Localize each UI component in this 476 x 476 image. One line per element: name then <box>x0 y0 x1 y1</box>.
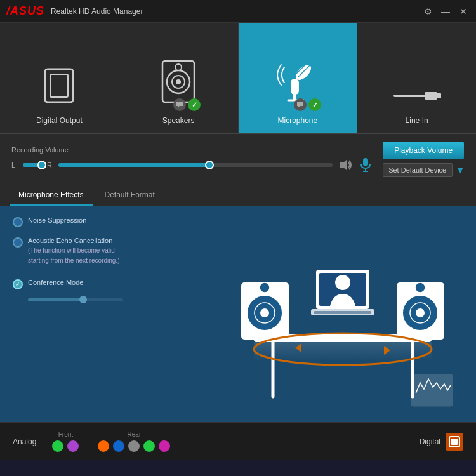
echo-cancellation-checkbox[interactable] <box>13 237 23 248</box>
digital-label: Digital <box>420 437 440 446</box>
echo-cancellation-label: Acoustic Echo Cancellation(The function … <box>28 236 120 265</box>
microphone-badges: ✓ <box>294 98 321 111</box>
digital-icon[interactable] <box>446 433 463 451</box>
front-label: Front <box>58 431 73 438</box>
conference-mode-label: Conference Mode <box>28 278 83 288</box>
analog-label: Analog <box>13 437 36 446</box>
playback-volume-button[interactable]: Playback Volume <box>383 142 464 159</box>
tab-microphone[interactable]: ✓ Microphone <box>239 23 358 133</box>
title-bar: /ASUS Realtek HD Audio Manager ⚙ — ✕ <box>0 0 476 23</box>
conference-illustration <box>222 213 463 416</box>
volume-section: Recording Volume L R <box>0 134 476 185</box>
minimize-button[interactable]: — <box>439 6 452 17</box>
tab-line-in[interactable]: Line In <box>357 23 476 133</box>
volume-slider[interactable] <box>23 163 42 167</box>
svg-rect-23 <box>254 342 432 361</box>
svg-marker-16 <box>340 159 347 171</box>
conference-mode-checkbox[interactable] <box>13 279 23 289</box>
svg-rect-1 <box>50 74 68 97</box>
front-dot-green[interactable] <box>52 440 63 452</box>
svg-rect-38 <box>314 311 371 314</box>
rear-dots <box>98 440 170 452</box>
digital-section: Digital <box>420 433 463 451</box>
noise-suppression-label: Noise Suppression <box>28 216 86 225</box>
volume-main-slider[interactable] <box>58 163 333 167</box>
settings-button[interactable]: ⚙ <box>421 6 434 17</box>
svg-rect-9 <box>291 79 299 95</box>
tab-microphone-effects[interactable]: Microphone Effects <box>10 185 93 206</box>
default-device-select[interactable]: Set Default Device <box>383 163 453 177</box>
speaker-vol-icon[interactable] <box>338 157 353 173</box>
digital-output-label: Digital Output <box>36 116 83 125</box>
svg-point-27 <box>260 308 269 317</box>
window-controls[interactable]: ⚙ — ✕ <box>421 6 470 17</box>
vol-l: L <box>11 161 18 169</box>
speakers-chat-badge <box>173 98 186 111</box>
default-device-row: Set Default Device ▼ <box>383 163 465 177</box>
dropdown-arrow-icon: ▼ <box>456 165 465 175</box>
tab-speakers[interactable]: ✓ Speakers <box>119 23 239 133</box>
vol-r: R <box>47 161 53 169</box>
speakers-label: Speakers <box>162 116 195 125</box>
conference-mode-row: Conference Mode <box>13 278 184 289</box>
effects-controls: Noise Suppression Acoustic Echo Cancella… <box>13 216 184 301</box>
vol-icons <box>338 157 373 173</box>
device-tabs: Digital Output ✓ Speakers <box>0 23 476 134</box>
volume-left: Recording Volume L R <box>11 146 373 173</box>
svg-point-5 <box>176 79 181 84</box>
microphone-icon: ✓ <box>277 55 318 111</box>
asus-logo: /ASUS <box>6 4 44 18</box>
app-title: Realtek HD Audio Manager <box>51 7 421 16</box>
svg-point-33 <box>415 282 425 293</box>
svg-rect-14 <box>425 92 437 100</box>
conference-slider[interactable] <box>28 298 184 301</box>
effect-tabs: Microphone Effects Default Format <box>0 185 476 206</box>
volume-label: Recording Volume <box>11 146 373 154</box>
rear-dot-green[interactable] <box>143 440 155 452</box>
speakers-badges: ✓ <box>173 98 201 111</box>
svg-rect-17 <box>363 158 368 166</box>
svg-point-6 <box>175 64 182 70</box>
rear-dot-orange[interactable] <box>98 440 109 452</box>
volume-right: Playback Volume Set Default Device ▼ <box>383 142 465 177</box>
close-button[interactable]: ✕ <box>457 6 470 17</box>
svg-point-28 <box>260 282 270 293</box>
line-in-label: Line In <box>406 116 428 125</box>
speakers-icon: ✓ <box>159 58 197 111</box>
tab-digital-output[interactable]: Digital Output <box>0 23 119 133</box>
front-ports: Front <box>52 431 79 452</box>
front-rear-group: Front Rear <box>52 431 170 452</box>
microphone-check-badge: ✓ <box>308 98 321 111</box>
microphone-chat-badge <box>294 98 307 111</box>
svg-rect-15 <box>436 93 441 98</box>
front-dot-purple[interactable] <box>67 440 79 452</box>
rear-dot-blue[interactable] <box>113 440 124 452</box>
tab-default-format[interactable]: Default Format <box>96 185 164 206</box>
microphone-label: Microphone <box>278 116 318 125</box>
rear-dot-gray[interactable] <box>128 440 140 452</box>
echo-cancellation-row: Acoustic Echo Cancellation(The function … <box>13 236 184 265</box>
line-in-icon <box>392 83 442 111</box>
front-dots <box>52 440 79 452</box>
bottom-bar: Analog Front Rear Digital <box>0 422 476 460</box>
digital-output-icon <box>40 64 78 111</box>
svg-point-36 <box>335 275 350 290</box>
svg-rect-44 <box>451 439 458 445</box>
speakers-check-badge: ✓ <box>188 98 201 111</box>
volume-row: L R <box>11 157 373 173</box>
noise-suppression-row: Noise Suppression <box>13 216 184 227</box>
effects-panel: Noise Suppression Acoustic Echo Cancella… <box>0 206 476 422</box>
rear-label: Rear <box>128 431 142 438</box>
rear-dot-pink[interactable] <box>159 440 170 452</box>
noise-suppression-checkbox[interactable] <box>13 217 23 227</box>
mic-vol-icon[interactable] <box>358 157 373 173</box>
svg-point-32 <box>416 308 425 317</box>
rear-ports: Rear <box>98 431 170 452</box>
